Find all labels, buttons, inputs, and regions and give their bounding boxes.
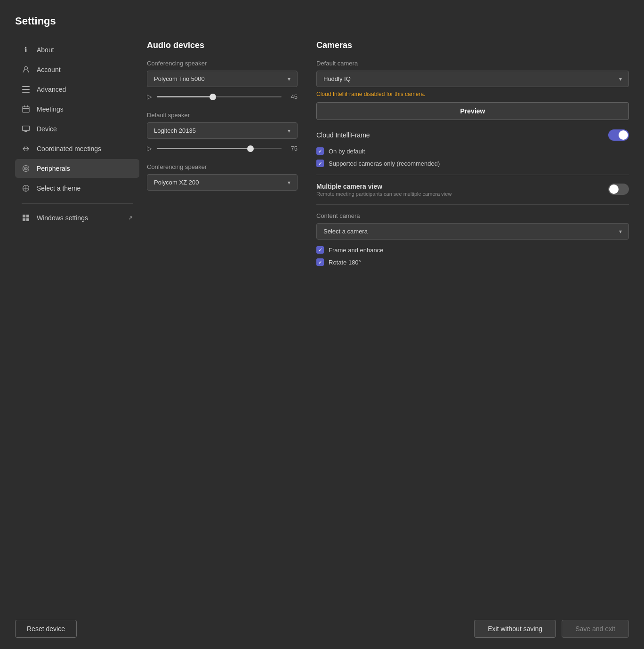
cloud-intelliframe-row: Cloud IntelliFrame bbox=[316, 129, 629, 141]
multiple-camera-toggle[interactable] bbox=[608, 184, 629, 195]
chevron-down-icon-4: ▾ bbox=[619, 76, 622, 82]
svg-rect-8 bbox=[23, 126, 30, 131]
default-speaker-value: Logitech 20135 bbox=[154, 127, 196, 134]
meetings-icon bbox=[22, 105, 30, 113]
svg-rect-6 bbox=[27, 105, 28, 107]
chevron-down-icon-5: ▾ bbox=[619, 228, 622, 235]
default-speaker-dropdown[interactable]: Logitech 20135 ▾ bbox=[147, 122, 298, 139]
svg-rect-9 bbox=[24, 131, 27, 132]
multiple-camera-desc: Remote meeting participants can see mult… bbox=[316, 191, 451, 197]
chevron-down-icon-2: ▾ bbox=[288, 128, 290, 134]
cloud-intelliframe-label: Cloud IntelliFrame bbox=[316, 131, 370, 139]
frame-enhance-label: Frame and enhance bbox=[329, 247, 383, 254]
multiple-camera-text: Multiple camera view Remote meeting part… bbox=[316, 183, 451, 197]
sidebar-label-coordinated: Coordinated meetings bbox=[37, 145, 101, 152]
external-link-icon: ↗ bbox=[128, 215, 133, 221]
page-title: Settings bbox=[15, 15, 629, 27]
sidebar-item-theme[interactable]: Select a theme bbox=[15, 179, 139, 198]
sidebar-item-meetings[interactable]: Meetings bbox=[15, 100, 139, 119]
conf-mic-label: Conferencing speaker bbox=[147, 163, 298, 170]
sidebar-item-windows[interactable]: Windows settings ↗ bbox=[15, 208, 139, 227]
conf-speaker-value: Polycom Trio 5000 bbox=[154, 75, 205, 82]
supported-cameras-checkbox[interactable]: ✓ bbox=[316, 160, 324, 167]
windows-icon bbox=[22, 214, 30, 222]
divider-1 bbox=[316, 175, 629, 175]
chevron-down-icon-3: ▾ bbox=[288, 179, 290, 186]
coordinated-icon bbox=[22, 144, 30, 153]
on-by-default-checkbox[interactable]: ✓ bbox=[316, 147, 324, 155]
content-camera-dropdown[interactable]: Select a camera ▾ bbox=[316, 223, 629, 240]
svg-rect-3 bbox=[22, 92, 30, 93]
audio-section-title: Audio devices bbox=[147, 40, 298, 50]
frame-enhance-checkbox[interactable]: ✓ bbox=[316, 246, 324, 254]
conf-speaker-volume-row: ▷ 45 bbox=[147, 93, 298, 100]
checkmark-icon: ✓ bbox=[318, 148, 322, 154]
cameras-section-title: Cameras bbox=[316, 40, 629, 50]
rotate-row: ✓ Rotate 180° bbox=[316, 258, 629, 266]
svg-rect-17 bbox=[26, 218, 29, 221]
svg-rect-7 bbox=[23, 108, 29, 109]
svg-rect-14 bbox=[23, 215, 25, 217]
play-icon[interactable]: ▷ bbox=[147, 93, 152, 100]
svg-rect-16 bbox=[23, 218, 25, 221]
sidebar-label-about: About bbox=[37, 46, 54, 54]
svg-point-12 bbox=[25, 168, 26, 169]
default-speaker-volume-row: ▷ 75 bbox=[147, 144, 298, 152]
default-speaker-volume-value: 75 bbox=[286, 145, 298, 152]
conf-mic-dropdown[interactable]: Polycom XZ 200 ▾ bbox=[147, 174, 298, 191]
on-by-default-label: On by default bbox=[329, 148, 365, 155]
sidebar-label-theme: Select a theme bbox=[37, 184, 80, 192]
info-icon: ℹ bbox=[22, 46, 30, 54]
device-icon bbox=[22, 125, 30, 133]
default-camera-label: Default camera bbox=[316, 60, 629, 67]
sidebar-item-coordinated[interactable]: Coordinated meetings bbox=[15, 139, 139, 158]
multiple-camera-row: Multiple camera view Remote meeting part… bbox=[316, 183, 629, 197]
rotate-checkbox[interactable]: ✓ bbox=[316, 258, 324, 266]
advanced-icon bbox=[22, 85, 30, 94]
sidebar-item-device[interactable]: Device bbox=[15, 120, 139, 138]
rotate-label: Rotate 180° bbox=[329, 259, 361, 266]
default-speaker-label: Default speaker bbox=[147, 112, 298, 119]
audio-section: Audio devices Conferencing speaker Polyc… bbox=[147, 40, 298, 609]
reset-device-button[interactable]: Reset device bbox=[15, 620, 77, 638]
sidebar-label-meetings: Meetings bbox=[37, 105, 64, 113]
sidebar-item-about[interactable]: ℹ About bbox=[15, 40, 139, 59]
supported-cameras-label: Supported cameras only (recommended) bbox=[329, 160, 440, 167]
conf-speaker-volume-value: 45 bbox=[286, 93, 298, 100]
chevron-down-icon: ▾ bbox=[288, 76, 290, 82]
sidebar-item-peripherals[interactable]: Peripherals bbox=[15, 159, 139, 178]
sidebar-item-account[interactable]: Account bbox=[15, 60, 139, 79]
content-area: Audio devices Conferencing speaker Polyc… bbox=[147, 40, 629, 609]
svg-rect-2 bbox=[22, 89, 30, 90]
checkmark-icon-3: ✓ bbox=[318, 247, 322, 253]
cameras-section: Cameras Default camera Huddly IQ ▾ Cloud… bbox=[316, 40, 629, 609]
svg-rect-15 bbox=[26, 215, 29, 217]
default-camera-dropdown[interactable]: Huddly IQ ▾ bbox=[316, 71, 629, 87]
content-camera-placeholder: Select a camera bbox=[323, 228, 368, 235]
preview-button[interactable]: Preview bbox=[316, 102, 629, 120]
on-by-default-row: ✓ On by default bbox=[316, 147, 629, 155]
play-icon-2[interactable]: ▷ bbox=[147, 144, 152, 152]
sidebar-label-windows: Windows settings bbox=[37, 214, 88, 222]
default-camera-value: Huddly IQ bbox=[323, 75, 351, 82]
sidebar-label-advanced: Advanced bbox=[37, 86, 66, 93]
cloud-intelliframe-toggle[interactable] bbox=[608, 129, 629, 141]
bottom-bar: Reset device Exit without saving Save an… bbox=[0, 609, 644, 649]
sidebar-divider bbox=[22, 203, 133, 204]
sidebar: ℹ About Account Advanced Meetings bbox=[15, 40, 147, 609]
supported-cameras-row: ✓ Supported cameras only (recommended) bbox=[316, 160, 629, 167]
conf-mic-value: Polycom XZ 200 bbox=[154, 179, 199, 186]
frame-enhance-row: ✓ Frame and enhance bbox=[316, 246, 629, 254]
exit-without-saving-button[interactable]: Exit without saving bbox=[474, 620, 556, 638]
svg-rect-4 bbox=[23, 106, 29, 112]
save-and-exit-button[interactable]: Save and exit bbox=[562, 620, 629, 638]
conf-speaker-dropdown[interactable]: Polycom Trio 5000 ▾ bbox=[147, 71, 298, 87]
conf-speaker-slider[interactable] bbox=[157, 96, 282, 97]
sidebar-label-peripherals: Peripherals bbox=[37, 165, 70, 172]
default-speaker-slider[interactable] bbox=[157, 148, 282, 149]
intelliframe-warning: Cloud IntelliFrame disabled for this cam… bbox=[316, 91, 629, 97]
action-buttons: Exit without saving Save and exit bbox=[474, 620, 629, 638]
sidebar-item-advanced[interactable]: Advanced bbox=[15, 80, 139, 99]
svg-rect-1 bbox=[22, 86, 30, 87]
sidebar-label-device: Device bbox=[37, 125, 57, 133]
